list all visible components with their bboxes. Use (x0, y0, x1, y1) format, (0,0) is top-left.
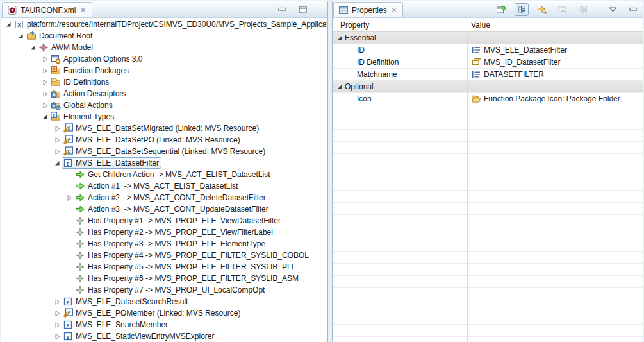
tree-item[interactable]: Xplatform:/resource/InternalTDProject/CS… (1, 19, 327, 30)
property-row[interactable]: IDMVS_ELE_DatasetFilter (333, 44, 643, 56)
property-column-header[interactable]: Property (333, 21, 467, 30)
tree-item[interactable]: Global Actions (1, 99, 327, 111)
has-property-icon (75, 250, 85, 261)
value-column-header[interactable]: Value (467, 21, 490, 30)
node-box: eMVS_ELE_POMember (Linked: MVS Resource) (62, 307, 243, 319)
tree-item[interactable]: eMVS_ELE_SearchMember (1, 319, 327, 330)
property-row[interactable]: ID DefinitionMVS_ID_DatasetFilter (333, 56, 643, 69)
tree-item[interactable]: eMVS_ELE_DatasetSearchResult (1, 296, 327, 307)
collapsed-arrow-icon[interactable] (53, 309, 62, 317)
tree-item[interactable]: Has Property #4 -> MVS_PROP_ELE_FILTER_S… (1, 250, 327, 261)
tree-item-label: Action #3 -> MVS_ACT_CONT_UpdateDatasetF… (88, 205, 268, 214)
tree-item[interactable]: Action #2 -> MVS_ACT_CONT_DeleteDatasetF… (1, 192, 327, 203)
property-value[interactable]: MVS_ID_DatasetFilter (467, 57, 560, 67)
properties-table-body: EssentialIDMVS_ELE_DatasetFilterID Defin… (333, 32, 643, 342)
expanded-arrow-icon[interactable] (336, 34, 343, 42)
expanded-arrow-icon[interactable] (28, 44, 37, 51)
collapsed-arrow-icon[interactable] (65, 194, 74, 201)
properties-table-icon (338, 5, 349, 15)
empty-property-row (333, 203, 643, 215)
collapsed-arrow-icon[interactable] (53, 321, 62, 329)
expanded-arrow-icon[interactable] (53, 159, 62, 167)
property-category-row[interactable]: Essential (333, 32, 643, 44)
close-icon[interactable]: ✕ (392, 7, 397, 13)
svg-text:X: X (17, 22, 21, 28)
action-icon (75, 204, 85, 214)
empty-property-row (333, 300, 643, 312)
tab-taurconf-xml[interactable]: TAURCONF.xml ✕ (2, 2, 92, 17)
collapsed-arrow-icon[interactable] (40, 67, 49, 74)
pin-view-icon (496, 4, 506, 15)
tree-item[interactable]: Action #1 -> MVS_ACT_ELIST_DatasetList (1, 180, 327, 192)
collapsed-arrow-icon[interactable] (53, 124, 62, 132)
expanded-arrow-icon[interactable] (16, 32, 25, 40)
collapsed-arrow-icon[interactable] (53, 298, 62, 305)
tag-icon (471, 57, 481, 67)
minimize-editor-button[interactable] (275, 3, 289, 16)
property-value[interactable]: MVS_ELE_DatasetFilter (467, 45, 567, 55)
tree-item[interactable]: Has Property #3 -> MVS_PROP_ELE_ElementT… (1, 238, 327, 250)
tree-item[interactable]: eElement Types (1, 111, 327, 123)
tree-item[interactable]: Has Property #5 -> MVS_PROP_ELE_FILTER_S… (1, 261, 327, 273)
node-box: eMVS_ELE_StaticViewEntryMVSExplorer (62, 330, 217, 342)
svg-text:e: e (67, 160, 70, 167)
empty-property-row (333, 154, 643, 166)
element-linked-icon: e (63, 123, 73, 133)
collapsed-arrow-icon[interactable] (53, 332, 62, 340)
property-value[interactable]: Function Package Icon: Package Folder (467, 94, 620, 104)
tree-item[interactable]: Get Children Action -> MVS_ACT_ELIST_Dat… (1, 169, 327, 180)
tree-item-label: MVS_ELE_StaticViewEntryMVSExplorer (76, 332, 215, 341)
tree-item-label: Has Property #5 -> MVS_PROP_ELE_FILTER_S… (88, 262, 293, 271)
tree-item-label: Action #1 -> MVS_ACT_ELIST_DatasetList (88, 182, 238, 191)
column-divider[interactable] (467, 32, 468, 342)
tree-item[interactable]: Action #3 -> MVS_ACT_CONT_UpdateDatasetF… (1, 203, 327, 215)
property-value[interactable]: DATASETFILTER (467, 69, 544, 80)
collapsed-arrow-icon[interactable] (40, 90, 49, 98)
expanded-arrow-icon[interactable] (4, 21, 13, 28)
tree-item[interactable]: eMVS_ELE_StaticViewEntryMVSExplorer (1, 330, 327, 342)
close-icon[interactable]: ✕ (80, 7, 85, 13)
collapsed-arrow-icon[interactable] (40, 55, 49, 63)
show-advanced-properties-button[interactable] (535, 3, 549, 16)
show-categories-button[interactable] (576, 3, 590, 16)
collapsed-arrow-icon[interactable] (53, 148, 62, 155)
document-root-icon (26, 31, 37, 41)
tree-item[interactable]: eMVS_ELE_DataSetPO (Linked: MVS Resource… (1, 134, 327, 146)
view-menu-button[interactable] (606, 3, 620, 16)
tree-item[interactable]: Has Property #1 -> MVS_PROP_ELE_ViewData… (1, 215, 327, 227)
node-box: Has Property #5 -> MVS_PROP_ELE_FILTER_S… (74, 261, 296, 273)
expanded-arrow-icon[interactable] (40, 113, 49, 121)
tree-item[interactable]: Has Property #2 -> MVS_PROP_ELE_ViewFilt… (1, 227, 327, 238)
property-row[interactable]: IconFunction Package Icon: Package Folde… (333, 93, 643, 105)
id-definitions-icon (51, 77, 61, 87)
collapsed-arrow-icon[interactable] (53, 136, 62, 144)
tree-item[interactable]: AWM Model (1, 42, 327, 53)
tree-item[interactable]: Function Packages (1, 65, 327, 76)
collapsed-arrow-icon[interactable] (40, 78, 49, 86)
tree-item[interactable]: eMVS_ELE_DataSetSequential (Linked: MVS … (1, 146, 327, 157)
tree-item[interactable]: Document Root (1, 30, 327, 42)
tree-mode-button[interactable] (515, 3, 529, 16)
has-property-icon (75, 227, 85, 237)
property-row[interactable]: MatchnameDATASETFILTER (333, 69, 643, 81)
empty-property-row (333, 178, 643, 191)
maximize-editor-button[interactable] (295, 3, 310, 16)
element-icon: e (63, 158, 73, 168)
new-properties-view-button[interactable] (494, 3, 508, 16)
empty-property-row (333, 276, 643, 288)
expanded-arrow-icon[interactable] (336, 83, 343, 90)
restore-default-value-button[interactable] (556, 3, 570, 16)
tree-item[interactable]: Application Options 3.0 (1, 53, 327, 65)
tree-item[interactable]: ID Definitions (1, 76, 327, 88)
minimize-view-button[interactable] (626, 3, 640, 16)
tree-item[interactable]: Has Property #7 -> MVS_PROP_UI_LocalComp… (1, 284, 327, 296)
tree-item[interactable]: Action Descriptors (1, 88, 327, 99)
tree-item[interactable]: eMVS_ELE_POMember (Linked: MVS Resource) (1, 307, 327, 319)
collapsed-arrow-icon[interactable] (40, 101, 49, 109)
tree-item[interactable]: Has Property #6 -> MVS_PROP_ELE_FILTER_S… (1, 273, 327, 284)
tree-item[interactable]: eMVS_ELE_DataSetMigrated (Linked: MVS Re… (1, 123, 327, 134)
tree-item[interactable]: eMVS_ELE_DatasetFilter (1, 157, 327, 169)
property-category-row[interactable]: Optional (333, 81, 643, 93)
tab-properties[interactable]: Properties ✕ (333, 2, 403, 17)
property-name: Optional (343, 82, 374, 91)
